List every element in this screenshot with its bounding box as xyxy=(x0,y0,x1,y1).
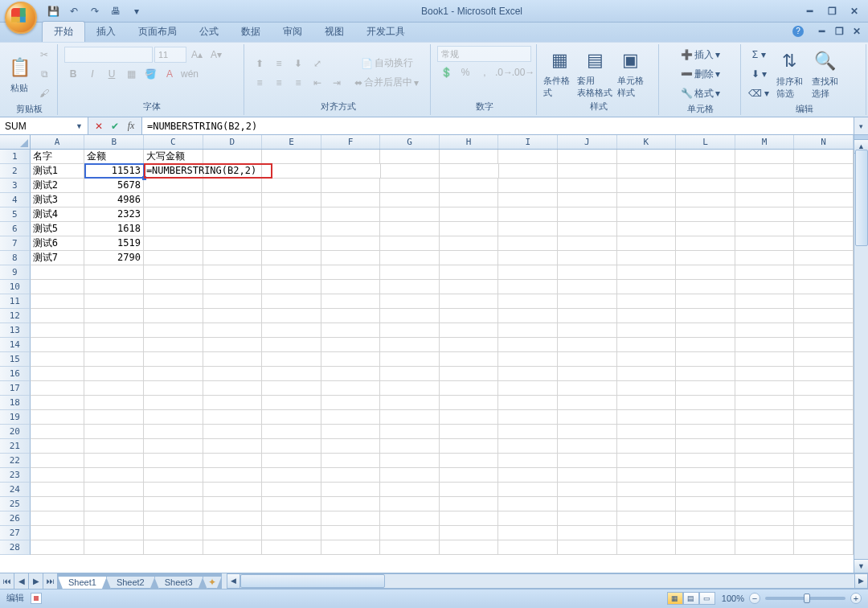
cell-I21[interactable] xyxy=(498,439,558,454)
cell-I7[interactable] xyxy=(498,236,558,251)
cell-I1[interactable] xyxy=(498,150,558,164)
cancel-formula-icon[interactable]: ✕ xyxy=(92,121,106,132)
cell-K10[interactable] xyxy=(617,280,677,294)
cell-C23[interactable] xyxy=(144,468,203,483)
cell-N11[interactable] xyxy=(794,294,854,309)
cell-F6[interactable] xyxy=(321,222,381,236)
cell-C24[interactable] xyxy=(144,483,203,497)
cell-L6[interactable] xyxy=(676,222,735,236)
cell-I4[interactable] xyxy=(498,193,558,207)
cell-B5[interactable]: 2323 xyxy=(84,207,144,222)
cell-E4[interactable] xyxy=(262,193,321,207)
cell-N22[interactable] xyxy=(794,454,854,468)
cell-C12[interactable] xyxy=(144,309,203,323)
cell-M23[interactable] xyxy=(735,468,795,483)
cell-N23[interactable] xyxy=(794,468,854,483)
cell-B14[interactable] xyxy=(84,338,144,352)
col-header-I[interactable]: I xyxy=(498,135,558,149)
cell-L11[interactable] xyxy=(676,294,735,309)
cell-B15[interactable] xyxy=(84,352,144,367)
sheet-tab-Sheet2[interactable]: Sheet2 xyxy=(106,577,155,589)
copy-icon[interactable]: ⧉ xyxy=(35,65,53,83)
cell-F7[interactable] xyxy=(321,236,381,251)
cell-J17[interactable] xyxy=(558,381,617,396)
cell-B21[interactable] xyxy=(84,439,144,454)
name-box-dropdown-icon[interactable]: ▼ xyxy=(76,122,83,130)
cell-B13[interactable] xyxy=(84,323,144,338)
cell-J25[interactable] xyxy=(558,497,617,511)
row-header-20[interactable]: 20 xyxy=(0,425,31,439)
page-break-view-icon[interactable]: ▭ xyxy=(699,592,715,605)
align-center-icon[interactable]: ≡ xyxy=(270,74,288,92)
cell-D28[interactable] xyxy=(203,540,263,555)
cell-I23[interactable] xyxy=(498,468,558,483)
cell-N17[interactable] xyxy=(794,381,854,396)
cell-K6[interactable] xyxy=(617,222,677,236)
scroll-down-icon[interactable]: ▼ xyxy=(854,559,868,573)
cell-D11[interactable] xyxy=(203,294,263,309)
cell-N15[interactable] xyxy=(794,352,854,367)
cell-G24[interactable] xyxy=(380,483,440,497)
row-header-3[interactable]: 3 xyxy=(0,179,31,193)
cell-F25[interactable] xyxy=(321,497,381,511)
cell-C8[interactable] xyxy=(144,251,203,265)
cell-L18[interactable] xyxy=(676,396,735,410)
row-header-24[interactable]: 24 xyxy=(0,483,31,497)
cell-G23[interactable] xyxy=(380,468,440,483)
cell-D9[interactable] xyxy=(203,265,263,280)
cell-F23[interactable] xyxy=(321,468,381,483)
cell-M7[interactable] xyxy=(735,236,795,251)
cell-H22[interactable] xyxy=(440,454,499,468)
cell-C4[interactable] xyxy=(144,193,203,207)
zoom-slider[interactable] xyxy=(765,597,845,600)
fx-icon[interactable]: fx xyxy=(124,120,138,132)
cell-H8[interactable] xyxy=(440,251,499,265)
cell-H26[interactable] xyxy=(440,511,499,526)
cell-M16[interactable] xyxy=(735,367,795,381)
cell-C21[interactable] xyxy=(144,439,203,454)
sheet-tab-Sheet1[interactable]: Sheet1 xyxy=(58,577,107,589)
cell-A18[interactable] xyxy=(31,396,85,410)
cell-E15[interactable] xyxy=(262,352,321,367)
cell-G13[interactable] xyxy=(380,323,440,338)
cell-J4[interactable] xyxy=(558,193,617,207)
cell-B26[interactable] xyxy=(84,511,144,526)
cell-C6[interactable] xyxy=(144,222,203,236)
cell-J14[interactable] xyxy=(558,338,617,352)
cell-N26[interactable] xyxy=(794,511,854,526)
scroll-left-icon[interactable]: ◀ xyxy=(227,573,240,589)
cell-H7[interactable] xyxy=(440,236,499,251)
cell-G4[interactable] xyxy=(380,193,440,207)
last-sheet-icon[interactable]: ⏭ xyxy=(43,573,58,589)
cell-A11[interactable] xyxy=(31,294,85,309)
cell-E20[interactable] xyxy=(262,425,321,439)
cell-F18[interactable] xyxy=(321,396,381,410)
cell-D13[interactable] xyxy=(203,323,263,338)
row-header-13[interactable]: 13 xyxy=(0,323,31,338)
col-header-B[interactable]: B xyxy=(84,135,144,149)
bold-icon[interactable]: B xyxy=(64,65,82,83)
cell-E27[interactable] xyxy=(262,526,321,540)
cell-E28[interactable] xyxy=(262,540,321,555)
cell-C10[interactable] xyxy=(144,280,203,294)
ribbon-tab-审阅[interactable]: 审阅 xyxy=(272,22,313,42)
cell-A15[interactable] xyxy=(31,352,85,367)
cell-F2[interactable] xyxy=(321,164,381,179)
macro-record-icon[interactable] xyxy=(31,593,42,604)
cell-G3[interactable] xyxy=(380,179,440,193)
minimize-button[interactable]: ━ xyxy=(799,4,820,18)
row-header-22[interactable]: 22 xyxy=(0,454,31,468)
save-icon[interactable]: 💾 xyxy=(45,3,61,19)
cell-A25[interactable] xyxy=(31,497,85,511)
format-table-button[interactable]: ▤套用 表格格式 xyxy=(579,47,611,100)
cell-C1[interactable]: 大写金额 xyxy=(144,150,203,164)
cell-J9[interactable] xyxy=(558,265,617,280)
cell-N9[interactable] xyxy=(794,265,854,280)
cell-D22[interactable] xyxy=(203,454,263,468)
cell-D10[interactable] xyxy=(203,280,263,294)
cell-F24[interactable] xyxy=(321,483,381,497)
cell-D23[interactable] xyxy=(203,468,263,483)
cell-C16[interactable] xyxy=(144,367,203,381)
row-header-16[interactable]: 16 xyxy=(0,367,31,381)
cell-M24[interactable] xyxy=(735,483,795,497)
